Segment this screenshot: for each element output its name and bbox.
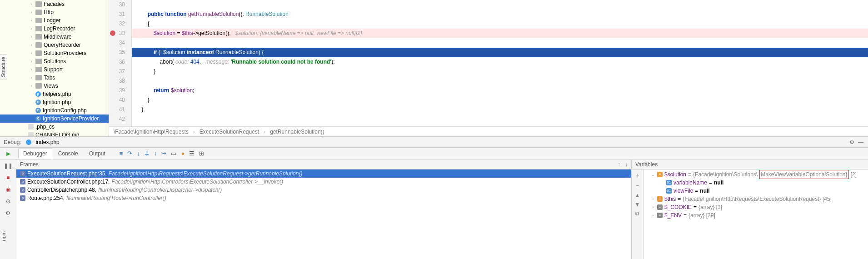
code-line[interactable]: $solution = $this->getSolution(); $solut… xyxy=(132,29,868,38)
breakpoint-icon[interactable] xyxy=(110,30,115,36)
folder-icon xyxy=(35,18,42,23)
code-line[interactable] xyxy=(132,115,868,124)
tab-console[interactable]: Console xyxy=(53,149,83,159)
debug-label: Debug: xyxy=(4,139,21,145)
settings-button[interactable]: ⚙ xyxy=(4,209,13,218)
settings-icon[interactable]: ⊞ xyxy=(199,150,204,157)
evaluate-icon[interactable]: ▭ xyxy=(171,150,176,157)
tree-item-label: LogRecorder xyxy=(44,25,75,32)
code-line[interactable]: { xyxy=(132,19,868,29)
step-out-icon[interactable]: ↑ xyxy=(154,150,157,157)
tree-item[interactable]: ›Facades xyxy=(0,0,109,8)
code-line[interactable]: } xyxy=(132,95,868,105)
file-icon xyxy=(28,124,34,130)
tree-item[interactable]: ›LogRecorder xyxy=(0,25,109,33)
class-icon: C xyxy=(35,100,41,105)
tab-output[interactable]: Output xyxy=(84,149,110,159)
mute-bp-icon[interactable]: ● xyxy=(181,150,185,157)
step-into-icon[interactable]: ↓ xyxy=(137,150,140,157)
show-exec-point-icon[interactable]: ≡ xyxy=(120,150,123,157)
pause-button[interactable]: ❚❚ xyxy=(4,161,13,170)
variable-row[interactable]: 01viewFile = null xyxy=(645,187,866,195)
debug-side-toolbar: ❚❚ ■ ◉ ⊘ ⚙ xyxy=(0,159,16,259)
tree-item[interactable]: ›Solutions xyxy=(0,57,109,65)
tree-item-label: helpers.php xyxy=(43,91,71,97)
view-bp-button[interactable]: ◉ xyxy=(4,185,13,194)
add-watch-icon[interactable]: ＋ xyxy=(635,171,640,179)
php-badge-icon: p xyxy=(20,195,25,201)
tree-item[interactable]: CIgnition.php xyxy=(0,98,109,106)
tree-item[interactable]: ›QueryRecorder xyxy=(0,41,109,49)
class-icon: C xyxy=(35,116,41,121)
tree-item-label: CHANGELOG.md xyxy=(35,132,80,136)
down-icon[interactable]: ▼ xyxy=(635,201,640,208)
rerun-button[interactable]: ▶ xyxy=(4,149,13,158)
tree-item-label: Solutions xyxy=(44,58,66,65)
variable-row[interactable]: 01variableName = null xyxy=(645,179,866,187)
code-line[interactable]: public function getRunnableSolution(): R… xyxy=(132,10,868,19)
copy-icon[interactable]: ⧉ xyxy=(635,210,639,217)
frame-row[interactable]: pExecuteSolutionRequest.php:35, Facade\I… xyxy=(16,169,631,178)
structure-tool-tab[interactable]: Structure xyxy=(0,55,7,80)
code-line[interactable] xyxy=(132,0,868,10)
tree-item[interactable]: CIgnitionServiceProvider. xyxy=(0,115,109,123)
stop-button[interactable]: ■ xyxy=(4,173,13,182)
tree-item[interactable]: ›Tabs xyxy=(0,74,109,82)
folder-icon xyxy=(35,1,42,7)
code-content[interactable]: public function getRunnableSolution(): R… xyxy=(132,0,868,126)
code-line[interactable]: if (! $solution instanceof RunnableSolut… xyxy=(132,48,868,57)
step-over-icon[interactable]: ↷ xyxy=(127,150,132,157)
frame-row[interactable]: pControllerDispatcher.php:48, Illuminate… xyxy=(16,186,631,194)
tree-item[interactable]: ›Logger xyxy=(0,16,109,25)
breadcrumb[interactable]: \Facade\Ignition\Http\Requests› ExecuteS… xyxy=(109,126,868,136)
code-line[interactable] xyxy=(132,38,868,48)
vars-toolbar: ＋ － ▲ ▼ ⧉ xyxy=(632,169,644,259)
code-line[interactable]: } xyxy=(132,67,868,76)
run-config-name[interactable]: index.php xyxy=(36,139,60,145)
code-line[interactable] xyxy=(132,76,868,86)
variable-row[interactable]: ›≡$this = {Facade\Ignition\Http\Requests… xyxy=(645,195,866,203)
run-to-cursor-icon[interactable]: ↦ xyxy=(161,150,166,157)
frame-row[interactable]: pExecuteSolutionController.php:17, Facad… xyxy=(16,178,631,186)
tree-item[interactable]: .php_cs xyxy=(0,123,109,131)
folder-icon xyxy=(35,34,42,40)
variable-row[interactable]: ›≡$_COOKIE = {array} [3] xyxy=(645,203,866,211)
debug-toolwindow-header: Debug: index.php ⚙ — xyxy=(0,136,868,147)
tree-item-label: Support xyxy=(44,66,63,73)
project-tree: ›Facades›Http›Logger›LogRecorder›Middlew… xyxy=(0,0,109,136)
frame-nav-icons[interactable]: ↑ ↓ xyxy=(618,159,628,169)
remove-watch-icon[interactable]: － xyxy=(635,182,640,189)
tab-debugger[interactable]: Debugger xyxy=(18,149,52,159)
tree-item-label: QueryRecorder xyxy=(44,42,81,48)
tree-item[interactable]: CHANGELOG.md xyxy=(0,131,109,136)
mute-button[interactable]: ⊘ xyxy=(4,197,13,206)
up-icon[interactable]: ▲ xyxy=(635,192,640,199)
gutter[interactable]: 30313233343536373839404142 xyxy=(109,0,132,126)
code-line[interactable]: return $solution; xyxy=(132,86,868,95)
tree-item[interactable]: phelpers.php xyxy=(0,90,109,98)
gear-icon[interactable]: ⚙ xyxy=(849,139,854,145)
tree-item[interactable]: ›Support xyxy=(0,65,109,74)
var-badge-icon: ≡ xyxy=(657,204,663,210)
variable-row[interactable]: ⌄≡$solution = {Facade\Ignition\Solutions… xyxy=(645,170,866,179)
variable-row[interactable]: ›≡$_ENV = {array} [39] xyxy=(645,211,866,219)
npm-tool-tab[interactable]: npm xyxy=(1,231,6,241)
debug-tabs: Debugger Console Output xyxy=(16,149,110,159)
tree-item[interactable]: CIgnitionConfig.php xyxy=(0,106,109,115)
tree-item[interactable]: ›Http xyxy=(0,8,109,16)
force-step-into-icon[interactable]: ⇊ xyxy=(145,150,150,157)
tree-item-label: Tabs xyxy=(44,75,55,81)
tree-item-label: Ignition.php xyxy=(43,99,71,105)
var-badge-icon: 01 xyxy=(666,180,672,185)
minimize-icon[interactable]: — xyxy=(858,139,863,145)
tree-item[interactable]: ›Views xyxy=(0,82,109,90)
frame-row[interactable]: pRoute.php:254, Illuminate\Routing\Route… xyxy=(16,194,631,202)
code-line[interactable]: abort( code: 404, message: 'Runnable sol… xyxy=(132,57,868,67)
tree-item-label: Views xyxy=(44,83,58,89)
php-badge-icon: p xyxy=(20,187,25,193)
tree-item-label: IgnitionServiceProvider. xyxy=(43,115,100,122)
code-line[interactable]: } xyxy=(132,105,868,115)
tree-item[interactable]: ›SolutionProviders xyxy=(0,49,109,57)
list-icon[interactable]: ☰ xyxy=(189,150,195,157)
tree-item[interactable]: ›Middleware xyxy=(0,33,109,41)
